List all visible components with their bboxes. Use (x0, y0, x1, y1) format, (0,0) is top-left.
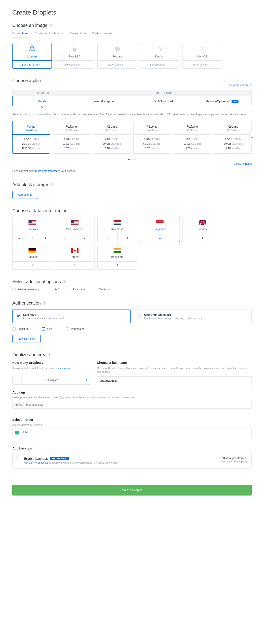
new-ssh-key-button[interactable]: New SSH Key (12, 335, 41, 343)
plan-tab-general-purpose[interactable]: General Purpose (74, 96, 133, 106)
project-select[interactable]: mighil ⌄ (12, 428, 252, 437)
option-private-networking[interactable]: Private networking (12, 288, 40, 291)
tags-input[interactable] (26, 403, 250, 406)
plan-tab-cpu-optimized[interactable]: CPU-Optimized (133, 96, 193, 106)
help-me-choose-link[interactable]: Help me choose ⧉ (229, 84, 252, 87)
auth-sub: A more secure authentication method (23, 317, 64, 320)
increment-button[interactable]: + (82, 376, 91, 384)
plan-tab-memory-optimized[interactable]: Memory-OptimizedNEW (192, 96, 251, 106)
choose-plan-heading: Choose a plan (12, 78, 41, 83)
region-card-san-francisco[interactable]: San Francisco12 (55, 217, 95, 242)
image-tab-container-distributions[interactable]: Container distributions (35, 32, 64, 38)
version-select[interactable]: Select version⌄ (140, 60, 179, 68)
ssh-key-webmaster[interactable]: webmaster (66, 327, 84, 331)
auth-card-ssh-keys[interactable]: SSH keysA more secure authentication met… (12, 309, 131, 323)
help-icon[interactable]: ? (43, 301, 46, 305)
svg-rect-21 (29, 225, 36, 225)
checkbox[interactable] (66, 327, 69, 331)
region-card-frankfurt[interactable]: Frankfurt1 (12, 245, 52, 270)
create-droplet-button[interactable]: Create Droplet (12, 485, 252, 496)
image-tab-marketplace[interactable]: Marketplace (70, 32, 86, 38)
distro-card-ubuntu[interactable]: Ubuntu18.04.3 (LTS) x64⌄ (12, 43, 52, 69)
chevron-down-icon: ⌄ (210, 63, 212, 66)
price-card[interactable]: $20/mo$0.030/hour4 GB / 2 CPUs80 GB SSD … (214, 121, 252, 154)
ssh-key-orza[interactable]: ✓orza (42, 327, 52, 331)
price-card[interactable]: $15/mo$0.022/hour1 GB / 3 CPUs60 GB SSD … (174, 121, 211, 154)
version-select[interactable]: Select version⌄ (55, 60, 94, 68)
distro-card-fedora[interactable]: FedoraSelect version⌄ (97, 43, 137, 69)
region-name: Singapore (154, 228, 166, 231)
add-volume-button[interactable]: Add Volume (12, 191, 38, 199)
freebsd-icon (71, 46, 78, 53)
region-card-bangalore[interactable]: Bangalore1 (97, 245, 137, 270)
checkbox[interactable] (12, 288, 16, 291)
tags-section: Add tags Use tags to organize and relate… (12, 391, 252, 408)
tag-chip[interactable]: proxy (14, 402, 24, 407)
backup-sub: A system-level backup is taken once a we… (24, 461, 118, 464)
ssh-key-select-all[interactable]: Select all (12, 327, 29, 331)
price-card[interactable]: $5/mo$0.007/hour1 GB / 1 CPU25 GB SSD di… (12, 121, 50, 154)
system-level-backup-link[interactable]: system-level backup (26, 461, 49, 464)
image-tab-custom-images[interactable]: Custom images (92, 32, 112, 38)
checkbox[interactable]: ✓ (42, 327, 45, 331)
version-select[interactable]: Select version⌄ (98, 60, 137, 68)
region-card-singapore[interactable]: Singapore1 (140, 217, 180, 242)
backup-price: $1.00/mo (per Droplet) (219, 456, 246, 460)
more-data-transfer-link[interactable]: more data transfer (35, 170, 57, 173)
price-card[interactable]: $15/mo$0.022/hour3 GB / 1 CPU60 GB SSD d… (93, 121, 131, 154)
price-card[interactable]: $10/mo$0.015/hour2 GB / 1 CPU50 GB SSD d… (53, 121, 90, 154)
checkbox[interactable] (49, 288, 52, 291)
checkbox[interactable] (68, 288, 71, 291)
region-number[interactable]: 1 (98, 262, 137, 270)
configuration-link[interactable]: configuration (56, 367, 70, 370)
distro-card-centos[interactable]: CentOSSelect version⌄ (182, 43, 222, 69)
choose-image-section: Choose an image? DistributionsContainer … (12, 23, 252, 69)
region-card-new-york[interactable]: New York123 (12, 217, 52, 242)
region-number[interactable]: 3 (118, 234, 137, 242)
checkbox[interactable] (94, 288, 97, 291)
help-icon[interactable]: ? (63, 280, 66, 283)
checkbox[interactable] (12, 327, 16, 331)
radio-button[interactable] (138, 314, 141, 317)
distro-card-freebsd[interactable]: FreeBSDSelect version⌄ (55, 43, 94, 69)
distro-card-debian[interactable]: DebianSelect version⌄ (140, 43, 179, 69)
region-number[interactable]: 1 (13, 262, 52, 270)
droplet-count: 1 Droplet (22, 376, 82, 384)
region-number[interactable]: 1 (55, 262, 95, 270)
region-card-amsterdam[interactable]: Amsterdam23 (97, 217, 137, 242)
region-number[interactable]: 1 (140, 234, 180, 242)
ubuntu-icon (29, 46, 35, 53)
price-card[interactable]: $15/mo$0.022/hour2 GB / 2 CPUs60 GB SSD … (133, 121, 171, 154)
tags-box[interactable]: proxy (12, 401, 252, 408)
enable-backups-checkbox[interactable] (18, 456, 21, 460)
project-section: Select Project Assign Droplets to a proj… (12, 418, 252, 437)
authentication-heading: Authentication (12, 300, 41, 306)
finalize-section: Finalize and create How many Droplets? D… (12, 352, 252, 385)
scroll-right-button[interactable]: → (249, 132, 254, 142)
option-ipv6[interactable]: IPv6 (49, 288, 59, 291)
region-number[interactable]: 2 (75, 234, 95, 242)
version-select[interactable]: 18.04.3 (LTS) x64⌄ (13, 60, 52, 68)
datacenter-section: Choose a datacenter region New York123Sa… (12, 208, 252, 270)
region-number[interactable]: 1 (183, 234, 222, 242)
auth-card-one-time-password[interactable]: One-time passwordEmails a one-time root … (134, 309, 252, 323)
decrement-button[interactable]: − (13, 376, 22, 384)
radio-button[interactable] (17, 314, 20, 317)
hostname-input[interactable] (97, 376, 252, 385)
option-monitoring[interactable]: Monitoring (94, 288, 112, 291)
region-card-toronto[interactable]: Toronto1 (55, 245, 95, 270)
svg-point-12 (203, 47, 204, 48)
external-link-icon: ⧉ (250, 84, 252, 87)
option-user-data[interactable]: User data (68, 288, 85, 291)
version-select[interactable]: Select version⌄ (183, 60, 222, 68)
region-number[interactable]: 1 (13, 234, 26, 242)
plan-tab-standard[interactable]: Standard (12, 96, 74, 106)
region-card-london[interactable]: London1 (182, 217, 222, 242)
arrow-right-icon: → (250, 136, 253, 139)
help-icon[interactable]: ? (50, 183, 54, 186)
help-icon[interactable]: ? (49, 24, 53, 27)
distro-name: Fedora (112, 55, 122, 58)
show-all-plans-link[interactable]: Show all plans (234, 162, 252, 166)
image-tab-distributions[interactable]: Distributions (12, 32, 29, 38)
region-number[interactable]: 3 (39, 234, 52, 242)
